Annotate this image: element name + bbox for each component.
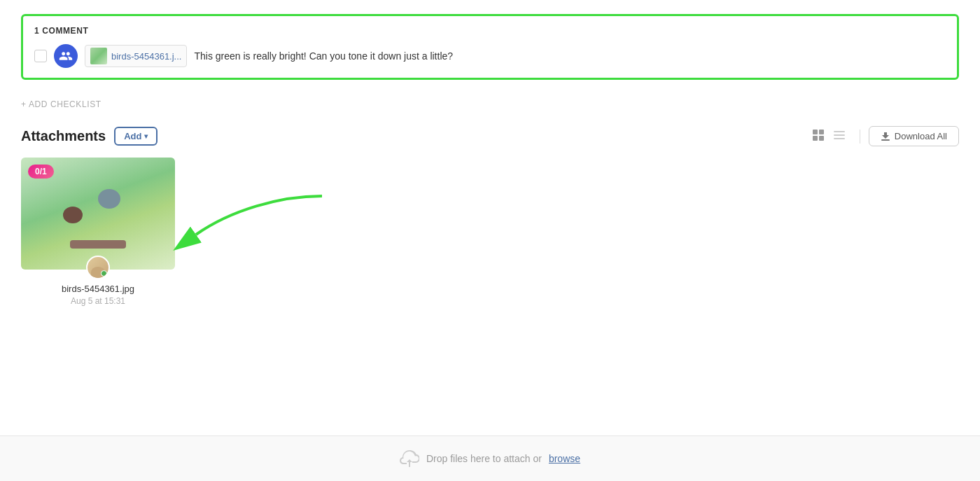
download-icon (881, 132, 890, 141)
view-toggle (809, 126, 848, 146)
svg-rect-3 (819, 136, 824, 141)
svg-rect-7 (881, 139, 890, 141)
list-icon (833, 129, 846, 141)
comments-section: 1 COMMENT birds-5454361.j... This green … (21, 14, 959, 80)
comment-row: birds-5454361.j... This green is really … (34, 44, 946, 68)
attachment-thumb-wrapper: 0/1 (21, 158, 175, 270)
users-icon (59, 49, 73, 63)
comment-avatar (54, 44, 78, 68)
svg-rect-4 (834, 131, 845, 132)
attachments-header: Attachments Add ▾ (21, 126, 959, 146)
attachment-date: Aug 5 at 15:31 (71, 296, 125, 306)
add-checklist-button[interactable]: + ADD CHECKLIST (21, 97, 959, 112)
comment-checkbox[interactable] (34, 50, 47, 62)
drop-zone-text: Drop files here to attach or (426, 453, 542, 464)
comment-text: This green is really bright! Can you ton… (194, 50, 453, 62)
attachment-badge: 0/1 (28, 165, 54, 179)
svg-rect-6 (834, 138, 845, 139)
attachment-owner-avatar (86, 256, 110, 279)
attachment-filename: birds-5454361.jpg (62, 284, 134, 294)
svg-rect-5 (834, 134, 845, 136)
attachments-title: Attachments (21, 128, 106, 144)
drop-zone[interactable]: Drop files here to attach or browse (0, 435, 980, 481)
dropdown-arrow-icon: ▾ (144, 132, 148, 140)
attachment-item[interactable]: 0/1 birds-5454361.jpg Aug 5 at 15:31 (21, 158, 175, 306)
comment-thumb-image (90, 48, 107, 64)
grid-view-button[interactable] (809, 126, 827, 146)
vertical-divider (860, 130, 860, 144)
download-all-button[interactable]: Download All (869, 126, 959, 146)
svg-rect-1 (819, 130, 824, 134)
svg-rect-0 (813, 130, 818, 134)
attachments-grid: 0/1 birds-5454361.jpg Aug 5 at 15:31 (21, 158, 959, 320)
upload-icon (400, 449, 419, 468)
bird-2 (98, 189, 120, 209)
comments-count: 1 COMMENT (34, 26, 946, 36)
bird-1 (63, 207, 83, 223)
online-status-dot (101, 270, 107, 277)
attachments-left: Attachments Add ▾ (21, 127, 158, 146)
grid-icon (812, 129, 825, 141)
browse-link[interactable]: browse (549, 453, 580, 464)
comment-thumbnail[interactable]: birds-5454361.j... (85, 45, 187, 67)
list-view-button[interactable] (830, 126, 848, 146)
attachments-right: Download All (809, 126, 959, 146)
add-attachment-button[interactable]: Add ▾ (114, 127, 158, 146)
comment-filename: birds-5454361.j... (111, 51, 181, 62)
svg-rect-2 (813, 136, 818, 141)
